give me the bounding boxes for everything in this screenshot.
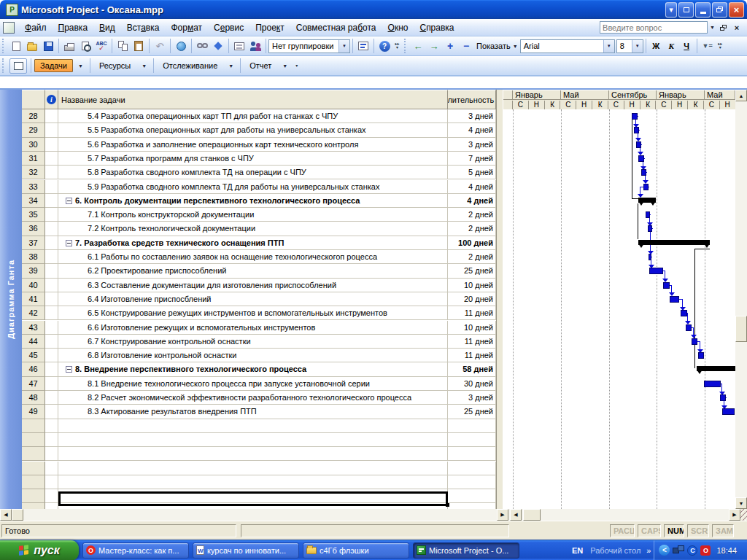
gantt-task-bar[interactable] bbox=[634, 127, 639, 133]
row-indicator-cell[interactable] bbox=[45, 180, 58, 194]
menu-окно[interactable]: Окно bbox=[382, 20, 414, 35]
vertical-scroll-thumb[interactable] bbox=[735, 316, 747, 342]
duration-cell[interactable] bbox=[448, 489, 496, 503]
view-button-ресурсы[interactable]: Ресурсы bbox=[93, 59, 136, 72]
duration-cell[interactable]: 4 дней bbox=[448, 123, 496, 137]
spelling-icon[interactable]: ABC✓ bbox=[94, 39, 109, 53]
row-number[interactable]: 39 bbox=[22, 264, 45, 278]
italic-button[interactable]: К bbox=[665, 39, 678, 53]
row-indicator-cell[interactable] bbox=[45, 208, 58, 222]
task-name-cell[interactable] bbox=[58, 419, 448, 433]
hide-icons-button[interactable]: < bbox=[659, 545, 670, 556]
gantt-task-bar[interactable] bbox=[638, 155, 644, 162]
font-name-dropdown[interactable]: Arial▼ bbox=[520, 39, 615, 53]
gantt-task-bar[interactable] bbox=[692, 338, 697, 345]
duration-cell[interactable]: 25 дней bbox=[448, 264, 496, 278]
table-horizontal-scrollbar[interactable] bbox=[0, 509, 508, 521]
scroll-left-button[interactable]: ◀ bbox=[0, 509, 12, 521]
row-indicator-cell[interactable] bbox=[45, 236, 58, 250]
row-indicator-cell[interactable] bbox=[45, 109, 58, 123]
duration-cell[interactable]: 3 дней bbox=[448, 391, 496, 405]
gantt-task-bar[interactable] bbox=[643, 184, 649, 190]
menu-сервис[interactable]: Сервис bbox=[208, 20, 249, 35]
indent-icon[interactable]: → bbox=[427, 39, 441, 53]
gantt-task-bar[interactable] bbox=[649, 254, 651, 260]
minimize-button[interactable] bbox=[695, 2, 711, 18]
toolbar-options-button[interactable]: ▸▸▾ bbox=[392, 38, 402, 54]
task-name-cell[interactable]: 6.5 Конструирование режущих инструментов… bbox=[58, 306, 448, 320]
task-name-cell[interactable]: 5.4 Разработка операционных карт ТП для … bbox=[58, 109, 448, 123]
chevron-down-icon[interactable]: ▼ bbox=[710, 25, 715, 30]
font-size-dropdown[interactable]: 8▼ bbox=[616, 39, 643, 53]
duration-cell[interactable]: 5 дней bbox=[448, 166, 496, 179]
row-number[interactable] bbox=[22, 433, 45, 447]
duration-cell[interactable] bbox=[448, 433, 496, 447]
row-number[interactable]: 28 bbox=[22, 109, 45, 123]
row-number[interactable]: 48 bbox=[22, 391, 45, 405]
close-button[interactable]: × bbox=[729, 2, 744, 18]
help-icon[interactable]: ? bbox=[377, 39, 392, 53]
undo-icon[interactable]: ↶ bbox=[152, 39, 167, 53]
gantt-task-bar[interactable] bbox=[649, 268, 663, 274]
row-number[interactable]: 29 bbox=[22, 123, 45, 137]
row-number[interactable]: 33 bbox=[22, 180, 45, 194]
open-file-icon[interactable] bbox=[25, 39, 39, 53]
gantt-summary-bar[interactable] bbox=[638, 240, 710, 245]
duration-column-header[interactable]: Длительность bbox=[448, 90, 496, 109]
row-number[interactable]: 44 bbox=[22, 335, 45, 349]
row-indicator-cell[interactable] bbox=[45, 194, 58, 208]
restore-button[interactable] bbox=[712, 2, 727, 18]
duration-cell[interactable] bbox=[448, 447, 496, 461]
duration-cell[interactable]: 4 дней bbox=[448, 194, 496, 208]
row-number[interactable]: 31 bbox=[22, 152, 45, 166]
row-number[interactable]: 34 bbox=[22, 194, 45, 208]
task-name-cell[interactable]: 6.3 Составление документации для изготов… bbox=[58, 279, 448, 292]
start-button[interactable]: пуск bbox=[0, 540, 79, 560]
task-name-column-header[interactable]: Название задачи bbox=[58, 90, 448, 109]
task-name-cell[interactable]: 6.6 Изготовление режущих и вспомогательн… bbox=[58, 321, 448, 335]
view-button-отчет[interactable]: Отчет bbox=[244, 59, 277, 72]
duration-cell[interactable]: 58 дней bbox=[448, 362, 496, 376]
task-name-cell[interactable]: 8.1 Внедрение технологического процесса … bbox=[58, 377, 448, 391]
row-indicator-cell[interactable] bbox=[45, 222, 58, 236]
row-indicator-cell[interactable] bbox=[45, 123, 58, 137]
task-name-cell[interactable] bbox=[58, 475, 448, 489]
gantt-horizontal-scrollbar[interactable] bbox=[508, 509, 740, 521]
menu-файл[interactable]: Файл bbox=[19, 20, 53, 35]
row-number[interactable]: 41 bbox=[22, 292, 45, 306]
menu-вид[interactable]: Вид bbox=[93, 20, 121, 35]
chevron-down-icon[interactable]: ▼ bbox=[278, 63, 292, 69]
duration-cell[interactable]: 7 дней bbox=[448, 152, 496, 166]
save-icon[interactable] bbox=[41, 39, 55, 53]
row-indicator-cell[interactable] bbox=[45, 152, 58, 166]
row-indicator-cell[interactable] bbox=[45, 349, 58, 362]
gantt-task-bar[interactable] bbox=[641, 169, 646, 176]
duration-cell[interactable] bbox=[448, 503, 496, 509]
paste-icon[interactable] bbox=[131, 39, 146, 53]
row-number[interactable]: 35 bbox=[22, 208, 45, 222]
taskbar-window-button[interactable]: с4Гб флэшки bbox=[303, 542, 409, 559]
table-gantt-splitter[interactable] bbox=[496, 90, 503, 521]
task-name-cell[interactable]: 6.4 Изготовление приспосблений bbox=[58, 292, 448, 306]
opera-tray-icon[interactable]: O bbox=[700, 545, 711, 556]
vertical-scrollbar[interactable] bbox=[735, 90, 747, 509]
chevron-down-icon[interactable]: ▼ bbox=[137, 63, 151, 69]
row-indicator-cell[interactable] bbox=[45, 335, 58, 349]
scroll-up-button[interactable]: ▲ bbox=[735, 90, 747, 101]
row-indicator-cell[interactable] bbox=[45, 250, 58, 264]
document-icon[interactable] bbox=[3, 22, 15, 34]
taskbar-window-button[interactable]: Microsoft Project - О... bbox=[413, 542, 519, 559]
resize-grip[interactable] bbox=[740, 509, 747, 521]
duration-cell[interactable]: 2 дней bbox=[448, 208, 496, 222]
messenger-tray-icon[interactable]: C bbox=[687, 545, 697, 556]
toolbar-options-button[interactable]: ▾ bbox=[292, 58, 301, 74]
row-indicator-cell[interactable] bbox=[45, 292, 58, 306]
new-file-icon[interactable] bbox=[9, 39, 23, 53]
task-name-cell[interactable]: 6.1 Работы по составлению заявок на осна… bbox=[58, 250, 448, 264]
task-name-cell[interactable]: 6.8 Изготовление контрольной оснастки bbox=[58, 349, 448, 362]
task-name-cell[interactable]: 5.5 Разработка операционных карт для раб… bbox=[58, 123, 448, 137]
pin-button[interactable]: ▾ bbox=[665, 2, 677, 18]
menu-проект[interactable]: Проект bbox=[249, 20, 290, 35]
row-indicator-cell[interactable] bbox=[45, 138, 58, 152]
row-indicator-cell[interactable] bbox=[45, 166, 58, 179]
